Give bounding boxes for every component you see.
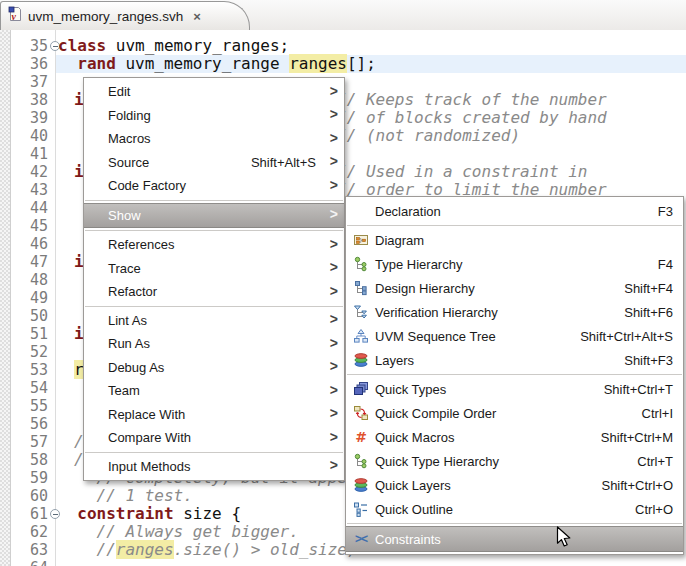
code-text: rand uvm_memory_range ranges[]; [77, 55, 376, 73]
layers-icon [352, 352, 370, 368]
menu-item-label: Folding [108, 108, 151, 123]
shortcut-label: Ctrl+O [635, 502, 673, 517]
menu-item-quick-types[interactable]: Quick TypesShift+Ctrl+T [346, 377, 683, 401]
menu-item-label: Source [108, 155, 149, 170]
line-number: 52 [10, 343, 48, 361]
menu-item-label: UVM Sequence Tree [375, 329, 496, 344]
quick-macros-icon: # [352, 429, 370, 445]
menu-item-trace[interactable]: Trace> [84, 257, 344, 281]
line-number: 62 [10, 523, 48, 541]
line-number: 58 [10, 451, 48, 469]
menu-item-run-as[interactable]: Run As> [84, 332, 344, 356]
constraints-icon: >< [352, 531, 370, 547]
menu-item-diagram[interactable]: Diagram [346, 228, 683, 252]
menu-item-layers[interactable]: LayersShift+F3 [346, 348, 683, 372]
line-number: 40 [10, 127, 48, 145]
design-hierarchy-icon [352, 280, 370, 296]
quick-type-hierarchy-icon [352, 453, 370, 469]
menu-item-edit[interactable]: Edit> [84, 80, 344, 104]
menu-item-quick-type-hierarchy[interactable]: Quick Type HierarchyCtrl+T [346, 449, 683, 473]
submenu-arrow-icon: > [330, 177, 338, 193]
tab-title: uvm_memory_ranges.svh [28, 9, 183, 24]
menu-item-compare-with[interactable]: Compare With> [84, 426, 344, 450]
submenu-arrow-icon: > [330, 83, 338, 99]
shortcut-label: F4 [658, 257, 673, 272]
line-number: 63 [10, 541, 48, 559]
menu-item-label: Quick Macros [375, 430, 454, 445]
menu-item-constraints[interactable]: ><Constraints [346, 526, 683, 552]
menu-item-lint-as[interactable]: Lint As> [84, 309, 344, 333]
line-number: 44 [10, 199, 48, 217]
code-line[interactable]: 36rand uvm_memory_range ranges[]; [0, 55, 686, 73]
code-line[interactable]: 35class uvm_memory_ranges; [0, 37, 686, 55]
code-text: //ranges.size() > old_size; [97, 541, 357, 559]
svg-text:v: v [12, 11, 17, 22]
menu-item-label: Verification Hierarchy [375, 305, 498, 320]
tab-close-icon[interactable]: × [193, 10, 201, 23]
submenu-arrow-icon: > [330, 236, 338, 252]
line-number: 38 [10, 91, 48, 109]
menu-item-debug-as[interactable]: Debug As> [84, 356, 344, 380]
menu-item-label: Team [108, 383, 140, 398]
quick-types-icon [352, 381, 370, 397]
menu-item-type-hierarchy[interactable]: Type HierarchyF4 [346, 252, 683, 276]
code-comment: // Used in a constraint in [337, 163, 587, 181]
tab-uvm-memory-ranges[interactable]: v uvm_memory_ranges.svh × [0, 1, 250, 30]
systemverilog-file-icon: v [8, 6, 22, 26]
menu-item-verification-hierarchy[interactable]: Verification HierarchyShift+F6 [346, 300, 683, 324]
code-line[interactable]: 64 [0, 559, 686, 566]
line-number: 42 [10, 163, 48, 181]
menu-item-quick-outline[interactable]: Quick OutlineCtrl+O [346, 497, 683, 521]
line-number: 39 [10, 109, 48, 127]
line-number: 35 [10, 37, 48, 55]
menu-item-label: Type Hierarchy [375, 257, 462, 272]
line-number: 49 [10, 289, 48, 307]
menu-item-team[interactable]: Team> [84, 379, 344, 403]
menu-item-label: Constraints [375, 532, 441, 547]
menu-item-show[interactable]: Show> [84, 203, 344, 229]
menu-item-refactor[interactable]: Refactor> [84, 280, 344, 304]
line-number: 47 [10, 253, 48, 271]
menu-item-macros[interactable]: Macros> [84, 127, 344, 151]
line-number: 57 [10, 433, 48, 451]
menu-item-label: Trace [108, 261, 141, 276]
line-number: 51 [10, 325, 48, 343]
menu-item-label: Debug As [108, 360, 164, 375]
line-number: 41 [10, 145, 48, 163]
submenu-arrow-icon: > [330, 107, 338, 123]
menu-item-label: Run As [108, 336, 150, 351]
shortcut-label: Shift+Ctrl+O [601, 478, 673, 493]
menu-item-quick-layers[interactable]: Quick LayersShift+Ctrl+O [346, 473, 683, 497]
menu-item-label: Diagram [375, 233, 424, 248]
menu-item-label: Quick Type Hierarchy [375, 454, 499, 469]
menu-item-label: Refactor [108, 284, 157, 299]
fold-collapse-icon[interactable] [50, 509, 60, 519]
menu-item-folding[interactable]: Folding> [84, 104, 344, 128]
line-number: 64 [10, 559, 48, 566]
menu-item-source[interactable]: SourceShift+Alt+S> [84, 151, 344, 175]
submenu-arrow-icon: > [330, 382, 338, 398]
submenu-arrow-icon: > [330, 312, 338, 328]
menu-item-replace-with[interactable]: Replace With> [84, 403, 344, 427]
menu-item-references[interactable]: References> [84, 233, 344, 257]
code-comment: // (not randomized) [337, 127, 520, 145]
line-number: 54 [10, 379, 48, 397]
line-number: 53 [10, 361, 48, 379]
shortcut-label: Shift+F3 [624, 353, 673, 368]
menu-item-label: Quick Compile Order [375, 406, 496, 421]
submenu-arrow-icon: > [330, 260, 338, 276]
menu-item-input-methods[interactable]: Input Methods> [84, 455, 344, 479]
submenu-arrow-icon: > [330, 154, 338, 170]
menu-item-code-factory[interactable]: Code Factory> [84, 174, 344, 198]
menu-item-uvm-sequence-tree[interactable]: UVM Sequence TreeShift+Ctrl+Alt+S [346, 324, 683, 348]
shortcut-label: Shift+Ctrl+Alt+S [580, 329, 673, 344]
code-text: class uvm_memory_ranges; [58, 37, 289, 55]
menu-item-quick-compile-order[interactable]: Quick Compile OrderCtrl+I [346, 401, 683, 425]
shortcut-label: F3 [658, 204, 673, 219]
menu-item-quick-macros[interactable]: #Quick MacrosShift+Ctrl+M [346, 425, 683, 449]
menu-item-design-hierarchy[interactable]: Design HierarchyShift+F4 [346, 276, 683, 300]
diagram-icon [352, 232, 370, 248]
editor-tab-bar: v uvm_memory_ranges.svh × [0, 0, 686, 31]
menu-item-declaration[interactable]: DeclarationF3 [346, 199, 683, 223]
ide-window: v uvm_memory_ranges.svh × 35class uvm_me… [0, 0, 686, 566]
